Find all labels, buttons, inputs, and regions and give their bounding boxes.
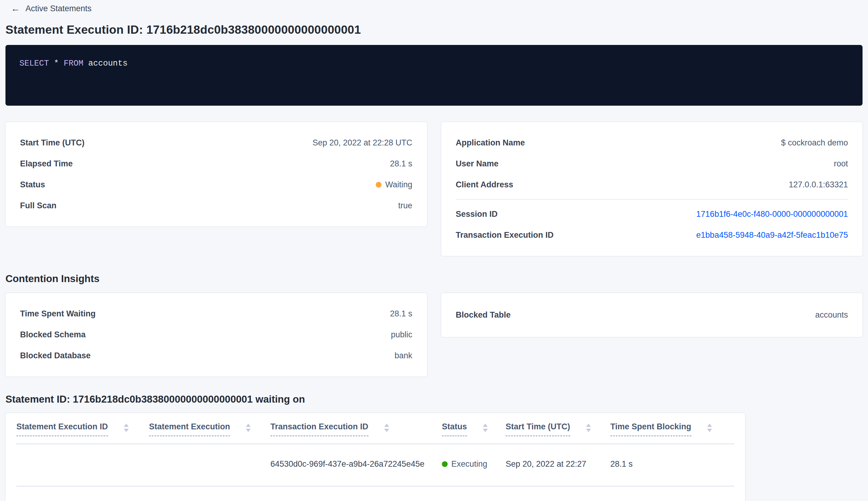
elapsed-time-value: 28.1 s [390,159,412,169]
sort-arrows-icon[interactable] [586,422,591,432]
status-badge: Waiting [376,180,412,190]
column-header-label: Transaction Execution ID [270,422,368,436]
page-title: Statement Execution ID: 1716b218dc0b3838… [6,23,862,36]
contention-insights-row: Time Spent Waiting 28.1 s Blocked Schema… [6,293,862,376]
sort-arrows-icon[interactable] [124,422,129,432]
elapsed-time-label: Elapsed Time [20,159,73,169]
column-header-label: Statement Execution ID [17,422,108,436]
full-scan-row: Full Scan true [20,195,412,216]
application-name-value: $ cockroach demo [781,138,848,148]
column-header-statement-execution-id[interactable]: Statement Execution ID [17,422,149,444]
session-id-label: Session ID [456,210,498,219]
status-value: Waiting [385,180,412,190]
column-header-status[interactable]: Status [442,422,506,444]
blocked-table-value: accounts [815,310,848,320]
sql-from-keyword: FROM [64,59,84,68]
blocked-database-value: bank [394,351,412,360]
blocked-database-row: Blocked Database bank [20,345,412,366]
client-address-value: 127.0.0.1:63321 [789,180,848,190]
waiting-on-heading: Statement ID: 1716b218dc0b38380000000000… [6,394,862,405]
client-address-label: Client Address [456,180,513,190]
client-address-row: Client Address 127.0.0.1:63321 [456,174,848,195]
time-spent-waiting-row: Time Spent Waiting 28.1 s [20,303,412,324]
full-scan-label: Full Scan [20,201,56,211]
application-name-label: Application Name [456,138,525,148]
sort-arrows-icon[interactable] [384,422,389,432]
status-label: Status [20,180,45,190]
contention-waiting-card: Time Spent Waiting 28.1 s Blocked Schema… [6,293,427,376]
column-header-label: Start Time (UTC) [506,422,570,436]
cell-transaction-execution-id: 64530d0c-969f-437e-a9b4-26a72245e45e [270,459,442,469]
table-row: 64530d0c-969f-437e-a9b4-26a72245e45e Exe… [17,444,734,487]
status-waiting-dot-icon [376,182,381,188]
statement-execution-details-page: ← Active Statements Statement Execution … [0,0,868,501]
column-header-transaction-execution-id[interactable]: Transaction Execution ID [270,422,442,444]
session-id-link[interactable]: 1716b1f6-4e0c-f480-0000-000000000001 [696,210,848,219]
back-link-label: Active Statements [25,4,92,13]
contention-insights-heading: Contention Insights [6,273,862,285]
blocked-table-row: Blocked Table accounts [456,305,848,326]
sort-arrows-icon[interactable] [246,422,251,432]
time-spent-waiting-label: Time Spent Waiting [20,309,96,319]
blocked-database-label: Blocked Database [20,351,91,360]
sort-arrows-icon[interactable] [707,422,712,432]
back-arrow-icon: ← [11,4,20,13]
transaction-execution-id-label: Transaction Execution ID [456,231,554,240]
status-executing-dot-icon [442,461,448,467]
blocked-schema-value: public [391,330,412,340]
transaction-execution-id-row: Transaction Execution ID e1bba458-5948-4… [456,225,848,246]
transaction-execution-id-link[interactable]: e1bba458-5948-40a9-a42f-5feac1b10e75 [696,231,848,240]
waiting-on-table-header: Statement Execution ID Statement Executi… [17,413,734,444]
cell-time-spent-blocking: 28.1 s [610,459,734,469]
waiting-on-table-card: Statement Execution ID Statement Executi… [6,413,745,501]
full-scan-value: true [398,201,412,211]
cell-start-time: Sep 20, 2022 at 22:27 [506,459,610,469]
sql-statement-box: SELECT * FROM accounts [6,45,862,106]
session-info-card: Application Name $ cockroach demo User N… [441,122,863,256]
sql-star: * [49,59,64,68]
card-divider [456,199,848,200]
session-id-row: Session ID 1716b1f6-4e0c-f480-0000-00000… [456,204,848,225]
sql-table-name: accounts [84,59,128,68]
sort-arrows-icon[interactable] [483,422,488,432]
start-time-label: Start Time (UTC) [20,138,85,148]
time-spent-waiting-value: 28.1 s [390,309,412,319]
elapsed-time-row: Elapsed Time 28.1 s [20,153,412,174]
user-name-value: root [834,159,848,169]
column-header-label: Statement Execution [149,422,230,436]
application-name-row: Application Name $ cockroach demo [456,132,848,153]
cell-status-value: Executing [451,459,487,469]
cell-status: Executing [442,459,506,469]
status-row: Status Waiting [20,174,412,195]
blocked-table-label: Blocked Table [456,310,511,320]
column-header-time-spent-blocking[interactable]: Time Spent Blocking [610,422,734,444]
execution-details-row: Start Time (UTC) Sep 20, 2022 at 22:28 U… [6,122,862,256]
column-header-statement-execution[interactable]: Statement Execution [149,422,270,444]
blocked-table-card: Blocked Table accounts [441,293,863,337]
start-time-row: Start Time (UTC) Sep 20, 2022 at 22:28 U… [20,132,412,153]
column-header-label: Time Spent Blocking [610,422,691,436]
sql-select-keyword: SELECT [19,59,49,68]
user-name-row: User Name root [456,153,848,174]
blocked-schema-label: Blocked Schema [20,330,86,340]
execution-times-card: Start Time (UTC) Sep 20, 2022 at 22:28 U… [6,122,427,226]
blocked-schema-row: Blocked Schema public [20,324,412,345]
user-name-label: User Name [456,159,499,169]
column-header-start-time[interactable]: Start Time (UTC) [506,422,610,444]
start-time-value: Sep 20, 2022 at 22:28 UTC [313,138,412,148]
back-link[interactable]: ← Active Statements [6,3,92,14]
column-header-label: Status [442,422,467,436]
